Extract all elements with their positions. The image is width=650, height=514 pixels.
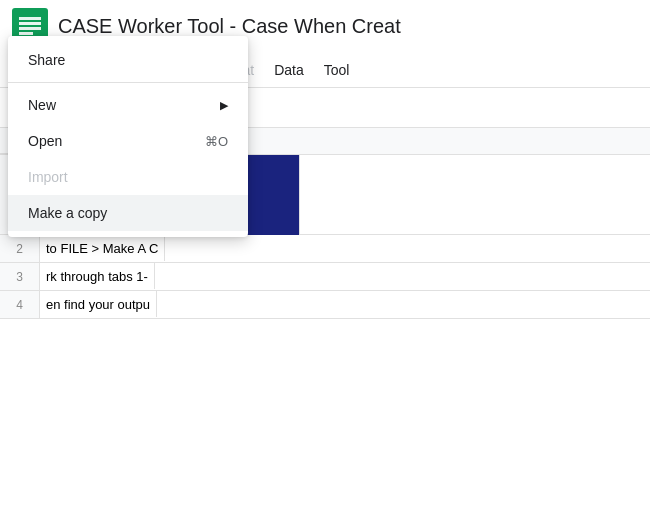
menu-item-tool[interactable]: Tool [314, 58, 360, 82]
dropdown-item-open[interactable]: Open ⌘O [8, 123, 248, 159]
dropdown-label-share: Share [28, 52, 65, 68]
dropdown-label-make-copy: Make a copy [28, 205, 107, 221]
svg-rect-2 [19, 22, 41, 25]
page-title: CASE Worker Tool - Case When Creat [58, 15, 401, 38]
dropdown-label-import: Import [28, 169, 68, 185]
dropdown-separator-1 [8, 82, 248, 83]
row-num-3: 3 [0, 263, 40, 290]
svg-rect-1 [19, 17, 41, 20]
text-row-3: 4 en find your outpu [0, 291, 650, 319]
text-row-2: 3 rk through tabs 1- [0, 263, 650, 291]
text-row-1: 2 to FILE > Make A C [0, 235, 650, 263]
file-dropdown: Share New ▶ Open ⌘O Import Make a copy [8, 36, 248, 237]
cell-text-3-content: en find your outpu [46, 297, 150, 312]
dropdown-label-open: Open [28, 133, 62, 149]
dropdown-item-make-copy[interactable]: Make a copy [8, 195, 248, 231]
cell-text-3[interactable]: en find your outpu [40, 291, 157, 317]
dropdown-item-import[interactable]: Import [8, 159, 248, 195]
dropdown-item-new[interactable]: New ▶ [8, 87, 248, 123]
cell-text-2-content: rk through tabs 1- [46, 269, 148, 284]
open-shortcut: ⌘O [205, 134, 228, 149]
row-num-4: 4 [0, 291, 40, 318]
cell-text-1-content: to FILE > Make A C [46, 241, 158, 256]
submenu-arrow-icon: ▶ [220, 99, 228, 112]
cell-text-1[interactable]: to FILE > Make A C [40, 235, 165, 261]
row-num-2: 2 [0, 235, 40, 262]
svg-rect-4 [19, 32, 33, 35]
dropdown-label-new: New [28, 97, 56, 113]
cell-text-2[interactable]: rk through tabs 1- [40, 263, 155, 289]
dropdown-item-share[interactable]: Share [8, 42, 248, 78]
svg-rect-3 [19, 27, 41, 30]
menu-item-data[interactable]: Data [264, 58, 314, 82]
